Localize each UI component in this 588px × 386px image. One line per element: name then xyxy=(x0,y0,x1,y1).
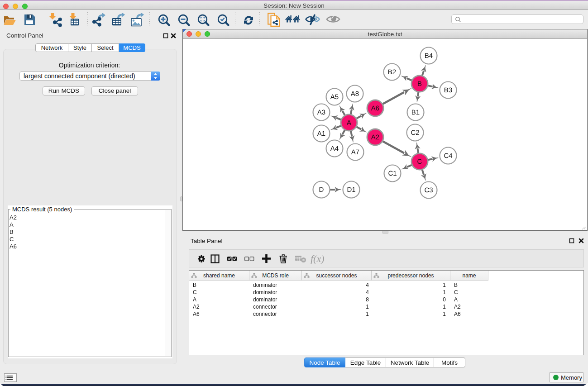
svg-text:A2: A2 xyxy=(371,133,379,141)
svg-text:A: A xyxy=(347,119,351,127)
svg-text:C2: C2 xyxy=(411,129,419,137)
svg-text:A1: A1 xyxy=(317,130,325,138)
svg-text:A4: A4 xyxy=(330,145,339,152)
svg-text:A5: A5 xyxy=(330,93,339,101)
svg-text:B: B xyxy=(417,80,422,88)
svg-text:A3: A3 xyxy=(317,109,325,116)
svg-text:C4: C4 xyxy=(444,152,452,160)
svg-text:A6: A6 xyxy=(371,105,379,112)
svg-text:D: D xyxy=(319,186,324,194)
svg-text:B4: B4 xyxy=(425,52,433,60)
svg-text:B3: B3 xyxy=(444,86,452,94)
svg-text:A7: A7 xyxy=(351,148,359,156)
svg-text:C3: C3 xyxy=(424,186,433,194)
svg-text:A8: A8 xyxy=(351,90,359,98)
svg-text:B2: B2 xyxy=(388,68,396,76)
svg-text:C: C xyxy=(417,158,422,166)
svg-text:C1: C1 xyxy=(388,170,397,177)
svg-text:D1: D1 xyxy=(347,186,355,194)
svg-text:B1: B1 xyxy=(411,109,420,116)
